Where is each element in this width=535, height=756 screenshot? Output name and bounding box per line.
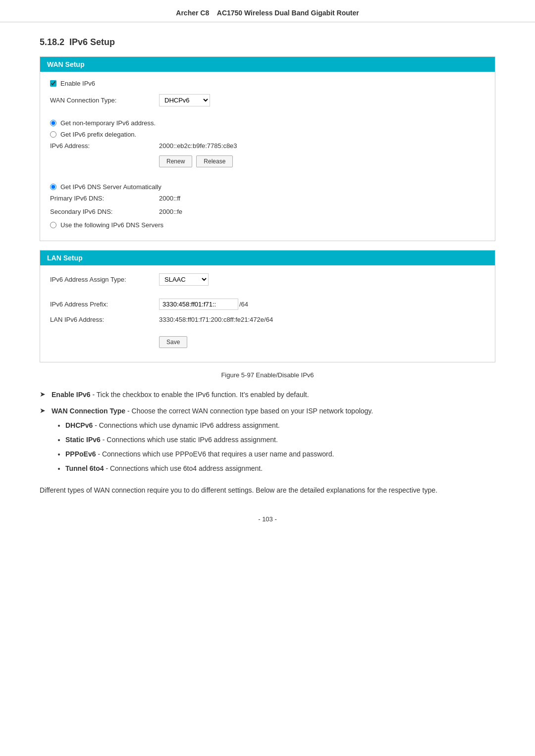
dns-manual-radio[interactable] <box>50 222 56 228</box>
address-prefix-input-group: /64 <box>159 299 248 310</box>
lan-setup-body: IPv6 Address Assign Type: SLAAC DHCPv6 R… <box>40 265 495 362</box>
assign-type-label: IPv6 Address Assign Type: <box>50 276 159 283</box>
ipv6-address-value: 2000::eb2c:b9fe:7785:c8e3 <box>159 142 237 150</box>
primary-dns-value: 2000::ff <box>159 195 180 202</box>
ipv6-address-row: IPv6 Address: 2000::eb2c:b9fe:7785:c8e3 <box>50 142 485 150</box>
wan-connection-type-select[interactable]: DHCPv6 Static IPv6 PPPoEv6 Tunnel 6to4 <box>159 94 210 106</box>
lan-setup-box: LAN Setup IPv6 Address Assign Type: SLAA… <box>40 250 495 362</box>
save-row: Save <box>50 336 485 348</box>
page-number: - 103 - <box>40 515 495 523</box>
sub-term-dhcpv6: DHCPv6 <box>65 421 93 429</box>
bullet-wan-type-term: WAN Connection Type <box>52 407 125 415</box>
enable-ipv6-label: Enable IPv6 <box>60 80 95 87</box>
sub-bullet-pppoe6: PPPoEv6 - Connections which use PPPoEV6 … <box>65 449 373 459</box>
bullet-wan-type-desc: - Choose the correct WAN connection type… <box>127 407 373 415</box>
bullet-wan-type: ➤ WAN Connection Type - Choose the corre… <box>40 406 495 478</box>
sub-term-tunnel: Tunnel 6to4 <box>65 464 104 472</box>
product-name: AC1750 Wireless Dual Band Gigabit Router <box>217 9 359 17</box>
dns-manual-row: Use the following IPv6 DNS Servers <box>50 221 485 229</box>
dns-section: Get IPv6 DNS Server Automatically Primar… <box>50 183 485 229</box>
radio-non-temporary-label: Get non-temporary IPv6 address. <box>60 119 156 127</box>
sub-term-static: Static IPv6 <box>65 436 101 444</box>
wan-setup-header: WAN Setup <box>40 57 495 72</box>
radio-prefix-delegation[interactable] <box>50 131 56 138</box>
secondary-dns-value: 2000::fe <box>159 208 182 215</box>
model-name: Archer C8 <box>176 9 209 17</box>
section-title: 5.18.2 IPv6 Setup <box>40 37 495 48</box>
renew-release-buttons: Renew Release <box>159 155 233 167</box>
dns-auto-label: Get IPv6 DNS Server Automatically <box>60 183 161 191</box>
sub-bullet-tunnel-6to4: Tunnel 6to4 - Connections which use 6to4… <box>65 463 373 474</box>
address-prefix-suffix: /64 <box>239 301 248 308</box>
lan-ipv6-address-label: LAN IPv6 Address: <box>50 316 159 323</box>
sub-desc-static: - Connections which use static IPv6 addr… <box>103 436 278 444</box>
main-content: 5.18.2 IPv6 Setup WAN Setup Enable IPv6 … <box>0 22 535 543</box>
secondary-dns-label: Secondary IPv6 DNS: <box>50 208 159 215</box>
release-button[interactable]: Release <box>196 155 233 167</box>
wan-connection-type-row: WAN Connection Type: DHCPv6 Static IPv6 … <box>50 94 485 106</box>
address-prefix-row: IPv6 Address Prefix: /64 <box>50 299 485 310</box>
ipv6-address-label: IPv6 Address: <box>50 142 159 150</box>
address-prefix-input[interactable] <box>159 299 238 310</box>
bullet-wan-type-text: WAN Connection Type - Choose the correct… <box>52 406 373 478</box>
wan-setup-box: WAN Setup Enable IPv6 WAN Connection Typ… <box>40 56 495 241</box>
renew-button[interactable]: Renew <box>159 155 192 167</box>
assign-type-select[interactable]: SLAAC DHCPv6 RADVD <box>159 273 209 286</box>
figure-caption: Figure 5-97 Enable/Disable IPv6 <box>40 371 495 379</box>
radio-non-temporary[interactable] <box>50 120 56 126</box>
lan-ipv6-address-value: 3330:458:ff01:f71:200:c8ff:fe21:472e/64 <box>159 316 273 323</box>
bullet-section: ➤ Enable IPv6 - Tick the checkbox to ena… <box>40 390 495 478</box>
address-prefix-label: IPv6 Address Prefix: <box>50 301 159 308</box>
dns-auto-row: Get IPv6 DNS Server Automatically <box>50 183 485 191</box>
wan-connection-type-label: WAN Connection Type: <box>50 97 159 104</box>
sub-desc-tunnel: - Connections which use 6to4 address ass… <box>106 464 263 472</box>
sub-bullet-list: DHCPv6 - Connections which use dynamic I… <box>65 420 373 474</box>
lan-setup-header: LAN Setup <box>40 251 495 265</box>
save-button[interactable]: Save <box>159 336 187 348</box>
enable-ipv6-checkbox[interactable] <box>50 80 56 87</box>
bullet-arrow-1: ➤ <box>40 390 46 398</box>
sub-desc-pppoe6: - Connections which use PPPoEV6 that req… <box>98 450 334 458</box>
sub-term-pppoe6: PPPoEv6 <box>65 450 96 458</box>
radio-prefix-delegation-label: Get IPv6 prefix delegation. <box>60 131 136 138</box>
sub-bullet-dhcpv6: DHCPv6 - Connections which use dynamic I… <box>65 420 373 431</box>
bullet-enable-ipv6-text: Enable IPv6 - Tick the checkbox to enabl… <box>52 390 309 400</box>
renew-release-row: Renew Release <box>50 155 485 167</box>
sub-desc-dhcpv6: - Connections which use dynamic IPv6 add… <box>95 421 280 429</box>
radio-non-temporary-row: Get non-temporary IPv6 address. <box>50 119 485 127</box>
radio-prefix-delegation-row: Get IPv6 prefix delegation. <box>50 131 485 138</box>
bullet-enable-ipv6-term: Enable IPv6 <box>52 391 91 399</box>
wan-setup-body: Enable IPv6 WAN Connection Type: DHCPv6 … <box>40 72 495 241</box>
page-header: Archer C8 AC1750 Wireless Dual Band Giga… <box>0 0 535 22</box>
bullet-enable-ipv6: ➤ Enable IPv6 - Tick the checkbox to ena… <box>40 390 495 400</box>
dns-manual-label: Use the following IPv6 DNS Servers <box>60 221 163 229</box>
primary-dns-row: Primary IPv6 DNS: 2000::ff <box>50 195 485 202</box>
sub-bullet-static-ipv6: Static IPv6 - Connections which use stat… <box>65 435 373 445</box>
dns-auto-radio[interactable] <box>50 184 56 190</box>
primary-dns-label: Primary IPv6 DNS: <box>50 195 159 202</box>
bullet-arrow-2: ➤ <box>40 406 46 414</box>
enable-ipv6-row: Enable IPv6 <box>50 80 485 87</box>
secondary-dns-row: Secondary IPv6 DNS: 2000::fe <box>50 208 485 215</box>
bullet-enable-ipv6-desc: - Tick the checkbox to enable the IPv6 f… <box>92 391 309 399</box>
lan-ipv6-address-row: LAN IPv6 Address: 3330:458:ff01:f71:200:… <box>50 316 485 323</box>
assign-type-row: IPv6 Address Assign Type: SLAAC DHCPv6 R… <box>50 273 485 286</box>
bottom-text: Different types of WAN connection requir… <box>40 485 495 496</box>
